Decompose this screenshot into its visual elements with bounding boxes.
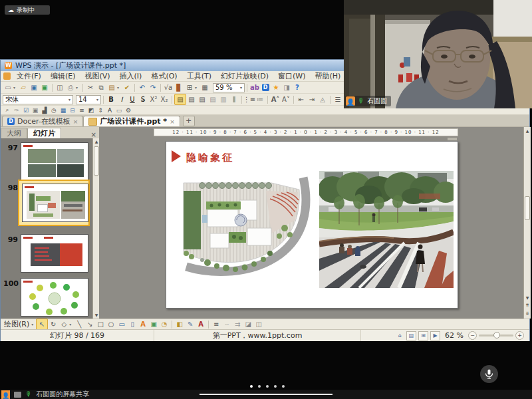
align-objects-icon[interactable]: ≡ xyxy=(77,106,86,114)
3d-style-button[interactable]: ◫ xyxy=(253,319,264,329)
distribute-button[interactable]: ▥ xyxy=(218,94,229,104)
slide-canvas[interactable]: 隐喻象征 xyxy=(166,141,458,309)
fill-color-button[interactable]: ◧ xyxy=(174,319,185,329)
table-dropdown[interactable]: ▾ xyxy=(195,85,200,90)
magnifier-icon[interactable]: ⌕ xyxy=(3,106,12,114)
arrow-style-button[interactable]: ⇉ xyxy=(232,319,243,329)
zoom-in-button[interactable]: + xyxy=(515,331,524,340)
undo-button[interactable]: ↶ xyxy=(137,82,148,92)
menu-view[interactable]: 视图(V) xyxy=(80,71,114,81)
wordart-button[interactable]: A xyxy=(138,319,148,329)
normal-view-icon[interactable]: ▤ xyxy=(406,331,416,340)
new-dropdown[interactable]: ▾ xyxy=(13,85,18,90)
superscript-button[interactable]: X² xyxy=(148,94,159,104)
align-right-button[interactable]: ▤ xyxy=(197,94,207,104)
decrease-font-button[interactable]: A˅ xyxy=(281,94,291,104)
clock-control-icon[interactable]: ◷ xyxy=(49,106,59,114)
pan-hand-icon[interactable]: ✑ xyxy=(12,106,21,114)
new-tab-button[interactable]: + xyxy=(183,116,195,126)
vertical-textbox-button[interactable]: ▯ xyxy=(127,319,138,329)
open-button[interactable]: ▱ xyxy=(18,82,29,92)
decrease-indent-button[interactable]: ⇤ xyxy=(296,94,307,104)
rotate-object-icon[interactable]: ◩ xyxy=(86,106,96,114)
dash-style-button[interactable]: ┄ xyxy=(221,319,232,329)
line-tool-button[interactable]: ╲ xyxy=(74,319,84,329)
print-dropdown[interactable]: ▾ xyxy=(76,85,80,90)
zoom-slider[interactable] xyxy=(479,334,513,336)
justify-button[interactable]: ▤ xyxy=(207,94,218,104)
zoom-out-button[interactable]: − xyxy=(468,331,477,340)
scroll-up-icon[interactable]: ▲ xyxy=(524,128,531,134)
font-name-combobox[interactable]: 宋体 ▾ xyxy=(3,95,73,104)
fit-window-icon[interactable]: ⌂ xyxy=(396,332,404,340)
print-preview-button[interactable]: ◫ xyxy=(55,82,65,92)
rectangle-tool-button[interactable]: □ xyxy=(95,319,106,329)
autoshapes-button[interactable]: ◇ xyxy=(59,319,69,329)
text-shadow-button[interactable]: ◬ xyxy=(317,94,328,104)
docer-online-button[interactable]: D xyxy=(260,82,271,92)
font-size-combobox[interactable]: 14 ▾ xyxy=(76,95,101,104)
page-dot[interactable] xyxy=(282,385,285,388)
cut-button[interactable]: ✂ xyxy=(85,82,96,92)
previous-slide-icon[interactable]: ⇈ xyxy=(524,302,531,309)
tab-close-icon[interactable]: × xyxy=(73,118,78,125)
tab-current-document[interactable]: 广场设计课件.ppt * × xyxy=(83,116,180,126)
print-button[interactable]: ⎙ xyxy=(65,82,76,92)
checkbox-control-icon[interactable]: ☑ xyxy=(21,106,31,114)
redo-button[interactable]: ↷ xyxy=(148,82,158,92)
page-dot[interactable] xyxy=(266,385,269,388)
microphone-button[interactable] xyxy=(480,365,498,383)
rotate-button[interactable]: ↻ xyxy=(48,319,59,329)
scroll-down-icon[interactable]: ▼ xyxy=(524,295,531,301)
slide-title[interactable]: 隐喻象征 xyxy=(186,152,234,164)
tab-outline[interactable]: 大纲 xyxy=(1,128,27,138)
slide-thumbnail-99[interactable] xyxy=(21,234,88,273)
align-center-button[interactable]: ▤ xyxy=(186,94,197,104)
page-indicator-dots[interactable] xyxy=(250,385,285,388)
slide-sorter-view-icon[interactable]: ⊞ xyxy=(418,331,428,340)
plaza-photo-image[interactable] xyxy=(319,171,454,288)
textbox-button[interactable]: ▭ xyxy=(116,319,127,329)
table-control-icon[interactable]: ▦ xyxy=(59,106,68,114)
find-replace-button[interactable]: ab xyxy=(249,82,260,92)
scrollbar-thumb[interactable] xyxy=(94,146,99,176)
underline-button[interactable]: U xyxy=(127,94,138,104)
italic-button[interactable]: I xyxy=(116,94,127,104)
spacing-icon[interactable]: ⇕ xyxy=(96,106,105,114)
select-cursor-button[interactable]: ↖ xyxy=(36,319,48,330)
increase-font-button[interactable]: A˄ xyxy=(270,94,281,104)
subscript-button[interactable]: X₂ xyxy=(159,94,170,104)
format-painter-button[interactable]: ✔ xyxy=(122,82,132,92)
menu-window[interactable]: 窗口(W) xyxy=(273,71,310,81)
arrow-tool-button[interactable]: ↘ xyxy=(84,319,95,329)
favorites-button[interactable]: ★ xyxy=(271,82,281,92)
slide-thumbnail-97[interactable] xyxy=(21,142,88,181)
menu-edit[interactable]: 编辑(E) xyxy=(46,71,80,81)
main-scrollbar[interactable]: ▲ ▼ ⇈ ⇊ xyxy=(523,127,531,319)
align-left-button[interactable]: ▤ xyxy=(174,94,186,105)
oval-tool-button[interactable]: ○ xyxy=(106,319,116,329)
drawing-dropdown-icon[interactable]: ▾ xyxy=(31,322,36,327)
bold-button[interactable]: B xyxy=(106,94,116,104)
tab-docer-templates[interactable]: D Docer-在线模板 × xyxy=(2,116,83,126)
insert-picture-button[interactable]: ▣ xyxy=(148,319,159,329)
tab-slides[interactable]: 幻灯片 xyxy=(27,128,61,138)
line-color-button[interactable]: ✎ xyxy=(185,319,196,329)
insert-chart-button[interactable]: ▊ xyxy=(174,82,184,92)
line-spacing-button[interactable]: ☰ xyxy=(332,94,343,104)
bullet-list-button[interactable]: ≔ xyxy=(255,94,265,104)
menu-format[interactable]: 格式(O) xyxy=(146,71,182,81)
copy-button[interactable]: ⧉ xyxy=(96,82,106,92)
comment-icon[interactable]: ▭ xyxy=(114,106,124,114)
gridlines-button[interactable]: ▦ xyxy=(200,82,210,92)
font-preview-icon[interactable]: A xyxy=(105,106,114,114)
menu-help[interactable]: 帮助(H) xyxy=(311,71,346,81)
zoom-slider-handle[interactable] xyxy=(493,332,500,338)
paste-button[interactable]: ▤ xyxy=(106,82,117,92)
chart-control-icon[interactable]: ▟ xyxy=(40,106,49,114)
paste-dropdown[interactable]: ▾ xyxy=(117,85,122,90)
slide-thumbnail-98[interactable] xyxy=(22,184,88,222)
site-plan-image[interactable] xyxy=(173,172,311,289)
task-pane-button[interactable]: ◨ xyxy=(281,82,292,92)
export-button[interactable]: ▣ xyxy=(39,82,50,92)
